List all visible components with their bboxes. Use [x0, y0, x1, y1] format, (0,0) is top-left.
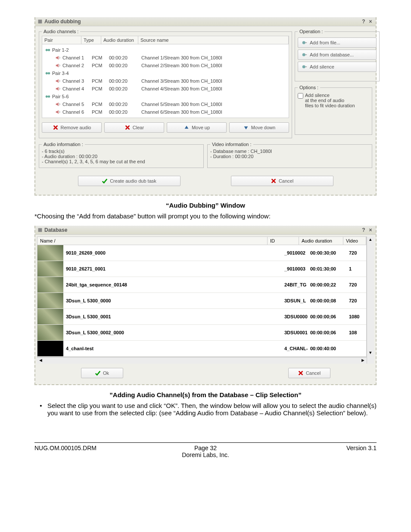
audio-channels-group: Audio channels : Pair Type Audio duratio…: [39, 29, 292, 138]
app-icon: [37, 19, 43, 25]
window-title: Audio dubbing: [44, 19, 81, 25]
channel-tree[interactable]: Pair 1-2Channel 1PCM00:00:20Channel 1/St…: [42, 44, 289, 118]
pair-row[interactable]: Pair 3-4: [43, 69, 288, 77]
channel-row[interactable]: Channel 3PCM00:00:20Channel 3/Stream 300…: [43, 77, 288, 85]
svg-point-1: [48, 49, 50, 51]
close-button[interactable]: ×: [367, 227, 374, 233]
th-pair[interactable]: Pair: [42, 36, 81, 44]
video-info-group: Video information : - Database name : CH…: [207, 142, 372, 168]
svg-point-5: [48, 95, 50, 97]
create-audio-dub-task-button[interactable]: Create audio dub task: [78, 176, 181, 186]
th-video[interactable]: Video: [343, 237, 366, 245]
speaker-icon: [55, 62, 61, 68]
clip-thumbnail: [37, 277, 63, 292]
add-silence-checkbox[interactable]: [298, 93, 303, 99]
clip-thumbnail: [37, 261, 63, 277]
footer-center: Page 32Doremi Labs, Inc.: [149, 445, 263, 458]
channel-row[interactable]: Channel 2PCM00:00:20Channel 2/Stream 300…: [43, 62, 288, 69]
th-dur[interactable]: Audio duration: [101, 36, 138, 44]
svg-point-2: [46, 72, 48, 74]
options-group: Options : Add silence at the end of audi…: [295, 85, 372, 135]
db-header: Name / ID Audio duration Video: [37, 236, 367, 245]
remove-audio-button[interactable]: Remove audio: [42, 122, 102, 133]
audio-info-line: - Channel(s) 1, 2, 3, 4, 5, 6 may be cut…: [42, 159, 201, 164]
add-from-file-button[interactable]: Add from file...: [298, 37, 377, 48]
footer-left: NUG.OM.000105.DRM: [34, 445, 149, 458]
channel-row[interactable]: Channel 6PCM00:00:20Channel 6/Stream 300…: [43, 108, 288, 116]
move-up-button[interactable]: Move up: [167, 122, 227, 133]
svg-point-4: [46, 95, 48, 97]
th-src[interactable]: Source name: [138, 36, 289, 44]
pair-row[interactable]: Pair 1-2: [43, 46, 288, 54]
clip-name: 4_chanl-test: [63, 346, 284, 351]
operation-legend: Operation :: [298, 29, 324, 34]
channel-row[interactable]: Channel 5PCM00:00:20Channel 5/Stream 300…: [43, 100, 288, 108]
svg-point-7: [302, 53, 305, 56]
clip-duration: 00:00:00;22: [310, 282, 349, 287]
clip-name: 9010_26269_0000: [63, 250, 284, 255]
pair-row[interactable]: Pair 5-6: [43, 93, 288, 100]
th-name[interactable]: Name /: [37, 237, 268, 245]
app-icon: [37, 227, 43, 233]
titlebar: Audio dubbing ? ×: [35, 17, 376, 26]
options-legend: Options :: [298, 85, 320, 90]
body-paragraph: *Choosing the “Add from database” button…: [34, 212, 377, 220]
clip-id: 24BIT_TG: [284, 282, 310, 287]
bullet-dot: •: [34, 402, 47, 417]
close-button[interactable]: ×: [367, 19, 374, 25]
horizontal-scrollbar[interactable]: ◄►: [37, 357, 367, 364]
db-row[interactable]: 3Dsun_L 5300_0002_00003DSU000100:00:00;0…: [37, 325, 366, 341]
vertical-scrollbar[interactable]: ▴ ▾: [367, 236, 374, 364]
clip-name: 24bit_tga_sequence_00148: [63, 282, 284, 287]
db-row[interactable]: 3Dsun_L 5300_00003DSUN_L00:00:00;08720: [37, 293, 366, 309]
db-list[interactable]: 9010_26269_0000_901000200:00:30;00720901…: [37, 245, 367, 357]
add-silence-button[interactable]: Add silence: [298, 62, 377, 72]
ok-button[interactable]: Ok: [81, 368, 123, 378]
svg-point-6: [302, 41, 305, 44]
clip-video: 720: [349, 282, 366, 287]
speaker-icon: [55, 55, 61, 61]
svg-point-3: [48, 72, 50, 74]
db-row[interactable]: 24bit_tga_sequence_0014824BIT_TG00:00:00…: [37, 277, 366, 293]
clip-name: 3Dsun_L 5300_0001: [63, 314, 284, 319]
clip-id: 3DSU0000: [284, 314, 310, 319]
add-from-database-button[interactable]: Add from database...: [298, 50, 377, 60]
clip-thumbnail: [37, 325, 63, 340]
figure-caption: “Audio Dubbing” Window: [26, 202, 385, 209]
help-button[interactable]: ?: [360, 19, 367, 25]
clip-thumbnail: [37, 309, 63, 324]
clip-id: 3DSU0001: [284, 330, 310, 335]
clip-duration: 00:00:40:00: [310, 346, 349, 351]
clip-video: 1: [349, 266, 366, 271]
channel-row[interactable]: Channel 4PCM00:00:20Channel 4/Stream 300…: [43, 85, 288, 93]
bullet-item: • Select the clip you want to use and cl…: [34, 402, 377, 417]
speaker-icon: [55, 86, 61, 92]
th-audio-duration[interactable]: Audio duration: [299, 237, 343, 245]
speaker-icon: [55, 101, 61, 107]
move-down-button[interactable]: Move down: [229, 122, 289, 133]
page-footer: NUG.OM.000105.DRM Page 32Doremi Labs, In…: [34, 442, 377, 458]
db-row[interactable]: 9010_26271_0001_901000300:01:30;001: [37, 261, 366, 277]
th-type[interactable]: Type: [81, 36, 101, 44]
clip-thumbnail: [37, 293, 63, 308]
add-silence-label: Add silence at the end of audio files to…: [305, 93, 355, 108]
audio-info-line: - 6 track(s): [42, 149, 201, 154]
database-window: Database ? × Name / ID Audio duration Vi…: [34, 226, 377, 385]
pair-icon: [45, 93, 51, 100]
help-button[interactable]: ?: [360, 227, 367, 233]
db-row[interactable]: 3Dsun_L 5300_00013DSU000000:00:00;061080: [37, 309, 366, 325]
db-row[interactable]: 9010_26269_0000_901000200:00:30;00720: [37, 245, 366, 261]
channel-row[interactable]: Channel 1PCM00:00:20Channel 1/Stream 300…: [43, 54, 288, 62]
clear-button[interactable]: Clear: [104, 122, 164, 133]
figure-caption: ”Adding Audio Channel(s) from the Databa…: [26, 391, 385, 398]
video-info-line: - Database name : CH_1080I: [210, 149, 369, 154]
clip-video: 108: [349, 330, 366, 335]
clip-video: 720: [349, 298, 366, 303]
cancel-button[interactable]: Cancel: [288, 368, 330, 378]
footer-right: Version 3.1: [262, 445, 377, 458]
window-title: Database: [44, 227, 67, 233]
th-id[interactable]: ID: [268, 237, 299, 245]
cancel-button[interactable]: Cancel: [231, 176, 333, 186]
db-row[interactable]: 4_chanl-test4_CHANL-00:00:40:00: [37, 341, 366, 357]
clip-thumbnail: [37, 245, 63, 261]
